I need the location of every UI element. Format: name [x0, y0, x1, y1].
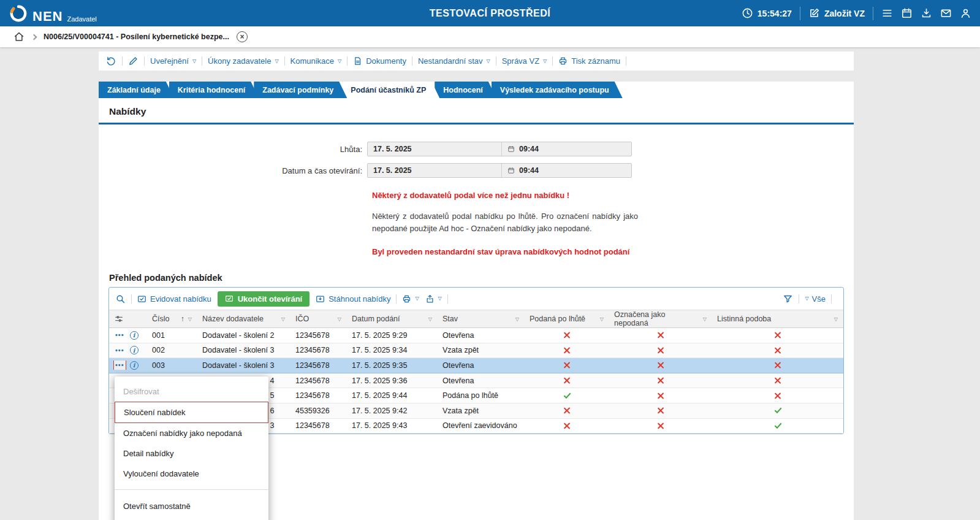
close-icon[interactable]: ×	[237, 31, 248, 42]
cell-ico: 12345678	[291, 331, 347, 340]
toolbar-item-správa-vz[interactable]: Správa VZ▽	[502, 56, 547, 66]
column-header-nepodana[interactable]: Označena jako nepodaná▽	[609, 310, 712, 327]
column-filter-icon[interactable]: ▽	[515, 316, 519, 322]
column-filter-icon[interactable]: ▽	[600, 316, 604, 322]
table-row[interactable]: •••i002Dodavatel - školení 31234567817. …	[109, 343, 843, 359]
tab-hodnocení[interactable]: Hodnocení	[435, 82, 496, 98]
column-filter-icon[interactable]: ▽	[428, 316, 432, 322]
column-header-lhuta[interactable]: Podaná po lhůtě▽	[525, 310, 609, 327]
tab-základní-údaje[interactable]: Základní údaje	[99, 82, 174, 98]
info-icon[interactable]: i	[130, 346, 139, 354]
breadcrumb-item[interactable]: N006/25/V00004741 - Posílení kybernetick…	[44, 32, 229, 41]
tab-podání-účastníků-zp[interactable]: Podání účastníků ZP	[342, 82, 439, 98]
search-icon[interactable]	[115, 294, 126, 304]
oteviranie-datetime-field[interactable]: 17. 5. 2025 09:44	[367, 163, 632, 178]
column-filter-icon[interactable]: ▽	[188, 316, 192, 322]
tab-kritéria-hodnocení[interactable]: Kritéria hodnocení	[169, 82, 259, 98]
column-filter-icon[interactable]: ▽	[703, 316, 707, 322]
print-dropdown-button[interactable]: ▽	[402, 294, 419, 304]
divider	[347, 56, 348, 66]
oteviranie-time-part[interactable]: 09:44	[501, 164, 631, 177]
menu-icon[interactable]	[881, 7, 893, 19]
row-menu-button[interactable]: •••	[114, 346, 126, 355]
toolbar-item-komunikace[interactable]: Komunikace▽	[291, 56, 342, 66]
undo-icon[interactable]	[106, 56, 116, 66]
calendar-icon[interactable]	[901, 7, 913, 19]
menu-item-vyloučení-dodavatele[interactable]: Vyloučení dodavatele	[115, 464, 268, 484]
info-icon[interactable]: i	[130, 331, 139, 340]
cross-icon	[774, 377, 782, 384]
toolbar-item-tisk-záznamu[interactable]: Tisk záznamu	[558, 56, 620, 66]
lhuta-datetime-field[interactable]: 17. 5. 2025 09:44	[367, 142, 632, 156]
nen-logo-icon	[9, 4, 28, 23]
menu-item-otevřít-samostatně[interactable]: Otevřít samostatně	[115, 494, 268, 516]
user-icon[interactable]	[960, 7, 971, 19]
column-header-datum[interactable]: Datum podání▽	[347, 310, 438, 327]
filter-icon[interactable]	[783, 294, 793, 304]
lhuta-time-part[interactable]: 09:44	[501, 142, 631, 156]
cell-podana-po-lhute	[525, 377, 609, 384]
stahnout-nabidky-button[interactable]: Stáhnout nabídky	[316, 294, 390, 304]
sort-asc-icon: ↑	[181, 315, 184, 323]
column-filter-icon[interactable]: ▽	[338, 316, 341, 322]
table-row[interactable]: •••i001Dodavatel - školení 21234567817. …	[109, 328, 843, 343]
toolbar-item-label: Komunikace	[291, 56, 335, 66]
cross-icon	[657, 392, 665, 400]
toolbar-item-uveřejnění[interactable]: Uveřejnění▽	[150, 56, 196, 66]
divider	[873, 7, 873, 20]
cell-podana-po-lhute	[525, 346, 609, 354]
cell-ico: 12345678	[291, 391, 347, 400]
toolbar-item-dokumenty[interactable]: Dokumenty	[353, 56, 406, 66]
mail-icon[interactable]	[940, 7, 952, 19]
lhuta-date-value[interactable]: 17. 5. 2025	[368, 145, 501, 153]
divider	[122, 56, 123, 66]
info-icon[interactable]: i	[130, 361, 139, 370]
column-header-ico[interactable]: IČO▽	[291, 310, 347, 327]
create-vz-button[interactable]: Založit VZ	[808, 7, 865, 19]
table-row[interactable]: •••i003Dodavatel - školení 31234567817. …	[109, 358, 843, 373]
home-icon[interactable]	[13, 31, 25, 42]
column-settings-cell[interactable]	[109, 310, 147, 327]
download-icon[interactable]	[921, 7, 932, 19]
row-menu-button[interactable]: •••	[114, 331, 126, 340]
column-filter-icon[interactable]: ▽	[834, 316, 838, 322]
ukoncit-oteviranie-button[interactable]: Ukončit otevírání	[218, 291, 310, 307]
chevron-down-icon: ▽	[275, 59, 278, 64]
cell-listinna-podoba	[712, 407, 843, 415]
cell-oznacena-nepodana	[609, 377, 712, 384]
check-icon	[774, 407, 782, 415]
toolbar-item-nestandardní-stav[interactable]: Nestandardní stav▽	[418, 56, 490, 66]
cross-icon	[657, 377, 665, 384]
cell-ico: 12345678	[291, 346, 347, 354]
menu-item-označení-nabídky-jako-nepodaná[interactable]: Označení nabídky jako nepodaná	[115, 423, 268, 443]
chevron-down-icon: ▽	[805, 296, 808, 301]
column-label: Stav	[443, 315, 458, 323]
top-header-bar: NEN Zadavatel TESTOVACÍ PROSTŘEDÍ 15:54:…	[0, 0, 980, 26]
column-header-stav[interactable]: Stav▽	[438, 310, 525, 327]
cell-listinna-podoba	[712, 331, 843, 339]
menu-item-sloučení-nabídek[interactable]: Sloučení nabídek	[115, 402, 268, 423]
row-menu-button[interactable]: •••	[114, 361, 126, 370]
column-label: Číslo	[152, 315, 169, 323]
view-all-dropdown[interactable]: ▽ Vše	[805, 294, 826, 304]
tab-zadávací-podmínky[interactable]: Zadávací podmínky	[254, 82, 347, 98]
clock-icon	[742, 7, 753, 19]
tab-výsledek-zadávacího-postupu[interactable]: Výsledek zadávacího postupu	[492, 82, 623, 98]
edit-pencil-icon[interactable]	[128, 56, 139, 66]
cell-datum: 17. 5. 2025 9:43	[347, 421, 438, 430]
cell-datum: 17. 5. 2025 9:29	[347, 331, 438, 340]
menu-item-detail-nabídky[interactable]: Detail nabídky	[115, 443, 268, 464]
divider	[831, 294, 832, 304]
toolbar-item-úkony-zadavatele[interactable]: Úkony zadavatele▽	[208, 56, 279, 66]
document-icon	[353, 56, 362, 66]
column-filter-icon[interactable]: ▽	[281, 316, 285, 322]
nen-logo[interactable]: NEN Zadavatel	[9, 4, 97, 23]
column-header-nazev[interactable]: Název dodavatele▽	[197, 310, 291, 327]
column-header-cislo[interactable]: Číslo↑▽	[147, 310, 197, 327]
evidovat-nabidku-button[interactable]: Evidovat nabídku	[137, 294, 211, 304]
export-dropdown-button[interactable]: ▽	[425, 294, 442, 304]
column-header-listinna[interactable]: Listinná podoba▽	[712, 310, 843, 327]
field-label-lhuta: Lhůta:	[99, 145, 367, 154]
oteviranie-date-value[interactable]: 17. 5. 2025	[368, 166, 501, 175]
menu-divider	[115, 489, 268, 490]
